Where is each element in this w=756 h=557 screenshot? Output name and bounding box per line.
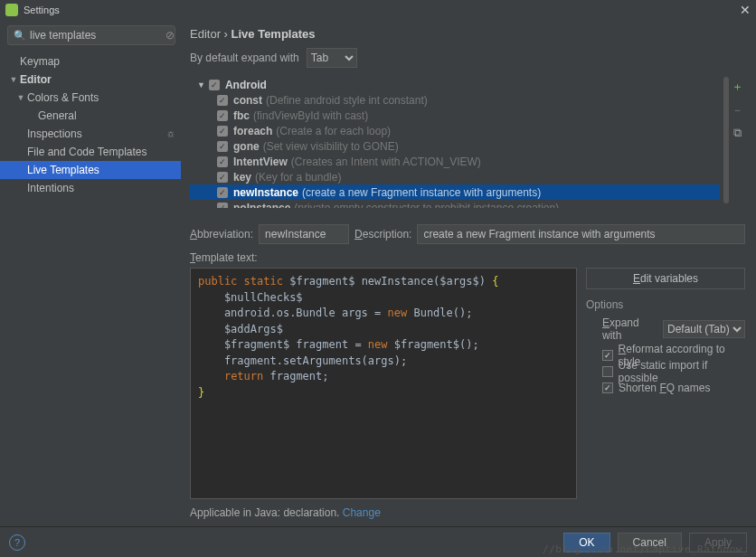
shorten-fq-option[interactable]: Shorten FQ names — [586, 380, 745, 396]
template-item-intentview[interactable]: ✓IntentView(Creates an Intent with ACTIO… — [190, 154, 720, 169]
close-icon[interactable]: ✕ — [740, 4, 751, 16]
tree-node-general[interactable]: General — [0, 107, 181, 125]
search-input[interactable] — [30, 29, 165, 42]
help-icon[interactable]: ? — [9, 534, 25, 551]
template-item-key[interactable]: ✓key(Key for a bundle) — [190, 169, 720, 184]
template-item-gone[interactable]: ✓gone(Set view visibility to GONE) — [190, 138, 720, 154]
copy-template-icon[interactable]: ⧉ — [733, 126, 742, 140]
expand-with-label: Expand with — [602, 316, 657, 342]
template-group-android[interactable]: ▼✓Android — [190, 77, 720, 92]
sidebar: 🔍 ⊘ Keymap▼Editor▼Colors & FontsGeneralI… — [0, 20, 181, 526]
reformat-checkbox[interactable] — [602, 350, 613, 361]
add-template-icon[interactable]: ＋ — [732, 79, 743, 95]
expand-with-select[interactable]: Default (Tab) — [663, 320, 745, 338]
breadcrumb-current: Live Templates — [232, 27, 316, 41]
title-bar: Settings ✕ — [0, 0, 756, 20]
dialog-body: 🔍 ⊘ Keymap▼Editor▼Colors & FontsGeneralI… — [0, 20, 756, 526]
description-label: Description: — [354, 228, 411, 241]
editor-row: public static $fragment$ newInstance($ar… — [190, 268, 745, 499]
settings-tree: Keymap▼Editor▼Colors & FontsGeneralInspe… — [0, 51, 181, 526]
template-item-fbc[interactable]: ✓fbc(findViewById with cast) — [190, 108, 720, 123]
tree-node-keymap[interactable]: Keymap — [0, 52, 181, 71]
tree-node-live-templates[interactable]: Live Templates — [0, 161, 181, 179]
change-context-link[interactable]: Change — [343, 506, 381, 519]
expand-with-row: Expand with Default (Tab) — [586, 316, 745, 342]
search-icon: 🔍 — [14, 30, 26, 42]
abbreviation-input[interactable] — [259, 224, 349, 244]
gear-icon[interactable]: ⛭ — [166, 129, 175, 139]
watermark: //blog.csdn.net/Captive_Rainbow_ — [543, 543, 749, 555]
tree-node-colors-fonts[interactable]: ▼Colors & Fonts — [0, 89, 181, 107]
default-expand-row: By default expand with Tab — [190, 48, 745, 68]
template-item-noinstance[interactable]: ✓noInstance(private empty constructor to… — [190, 200, 720, 208]
fields-row: AAbbreviation:bbreviation: Description: — [190, 224, 745, 244]
options-column: EEdit variablesdit variables Options Exp… — [586, 268, 745, 499]
template-item-const[interactable]: ✓const(Define android style int constant… — [190, 92, 720, 108]
template-area: ▼✓Android✓const(Define android style int… — [190, 77, 745, 208]
options-label: Options — [586, 298, 745, 311]
abbreviation-label: AAbbreviation:bbreviation: — [190, 228, 253, 241]
tree-node-editor[interactable]: ▼Editor — [0, 71, 181, 89]
tree-node-intentions[interactable]: Intentions — [0, 179, 181, 197]
breadcrumb: Editor › Live Templates — [190, 27, 745, 41]
template-item-foreach[interactable]: ✓foreach(Create a for each loop) — [190, 123, 720, 138]
search-row: 🔍 ⊘ — [0, 20, 181, 51]
template-text-label: Template text: — [190, 251, 745, 264]
static-import-option[interactable]: Use static import if possible — [586, 363, 745, 380]
search-input-wrap[interactable]: 🔍 ⊘ — [7, 25, 175, 45]
template-toolbar: ＋ － ⧉ — [729, 77, 745, 208]
template-item-newinstance[interactable]: ✓newInstance(create a new Fragment insta… — [190, 184, 720, 200]
default-expand-select[interactable]: Tab — [307, 48, 357, 68]
window-title: Settings — [24, 5, 60, 15]
applicable-context: Applicable in Java: declaration. Change — [190, 506, 745, 519]
clear-search-icon[interactable]: ⊘ — [165, 29, 175, 42]
main-panel: Editor › Live Templates By default expan… — [181, 20, 756, 526]
app-icon — [5, 4, 18, 16]
shorten-fq-checkbox[interactable] — [602, 382, 613, 393]
template-list[interactable]: ▼✓Android✓const(Define android style int… — [190, 77, 725, 208]
template-code-editor[interactable]: public static $fragment$ newInstance($ar… — [190, 268, 577, 499]
tree-node-file-and-code-templates[interactable]: File and Code Templates — [0, 143, 181, 161]
tree-node-inspections[interactable]: Inspections⛭ — [0, 125, 181, 143]
description-input[interactable] — [417, 224, 745, 244]
remove-template-icon[interactable]: － — [732, 102, 743, 118]
edit-variables-button[interactable]: EEdit variablesdit variables — [586, 268, 745, 289]
breadcrumb-parent: Editor — [190, 27, 221, 41]
default-expand-label: By default expand with — [190, 52, 299, 64]
static-import-checkbox[interactable] — [602, 366, 613, 377]
